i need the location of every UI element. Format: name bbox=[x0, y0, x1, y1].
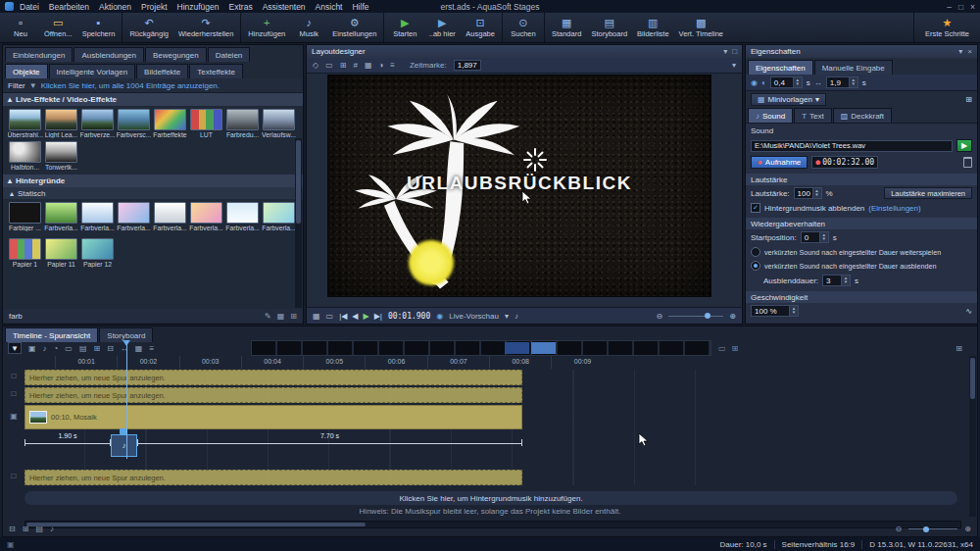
frame-icon[interactable]: ▭ bbox=[326, 312, 334, 321]
effect-thumbnail[interactable]: Farbredu... bbox=[224, 109, 261, 138]
background-thumbnail[interactable]: Farbverla... bbox=[224, 202, 261, 231]
menu-item[interactable]: Ansicht bbox=[316, 2, 343, 12]
toolbox-tab[interactable]: Bewegungen bbox=[145, 47, 207, 62]
dropdown-icon[interactable]: ▾ bbox=[505, 312, 509, 321]
go-start-button[interactable]: |◀ bbox=[339, 312, 347, 321]
speed-stepper[interactable]: 100 % ▲▼ bbox=[751, 305, 799, 317]
background-thumbnail[interactable]: Farbverla... bbox=[43, 202, 79, 231]
property-subtab[interactable]: T Text bbox=[794, 108, 832, 123]
filmstrip-preview[interactable] bbox=[251, 340, 711, 356]
designer-tool-icon[interactable]: ◇ bbox=[313, 61, 318, 70]
timeline-zoom-slider[interactable] bbox=[908, 528, 957, 529]
property-subtab[interactable]: ♪ Sound bbox=[748, 108, 793, 123]
toolbox-tab[interactable]: Bildeffekte bbox=[136, 64, 188, 78]
toolbar-button[interactable]: ▦ Standard bbox=[544, 13, 586, 42]
toolbar-button[interactable]: ▶ Starten bbox=[383, 13, 423, 42]
dock-icon[interactable]: ▾ bbox=[723, 47, 727, 56]
sound-file-field[interactable]: E:\Musik\PANDA\Violet Trees.wav bbox=[751, 140, 953, 152]
position-stepper[interactable]: 1,9 ▲▼ bbox=[826, 76, 858, 88]
designer-tool-icon[interactable]: # bbox=[353, 61, 357, 70]
strip-view-icon[interactable]: ▭ bbox=[718, 344, 726, 353]
tab-manuelle-eingabe[interactable]: Manuelle Eingabe bbox=[814, 60, 893, 75]
background-thumbnail[interactable]: Farbverla... bbox=[79, 202, 116, 231]
startposition-stepper[interactable]: 0 ▲▼ bbox=[801, 231, 829, 243]
property-subtab[interactable]: ▨ Deckkraft bbox=[833, 108, 892, 123]
section-static[interactable]: ▴ Statisch bbox=[3, 187, 303, 199]
maximize-icon[interactable]: □ bbox=[958, 2, 963, 12]
toolbar-button[interactable]: ▪ Speichern bbox=[77, 13, 121, 42]
timeline-tool-icon[interactable]: ▤ bbox=[79, 344, 87, 353]
toolbar-button[interactable]: ♪ Musik bbox=[290, 13, 327, 42]
menu-item[interactable]: Hilfe bbox=[352, 2, 368, 12]
background-thumbnail[interactable]: Farbiger ... bbox=[7, 202, 43, 231]
duration-stepper[interactable]: 0,4 ▲▼ bbox=[770, 76, 803, 88]
radio-ausblenden[interactable] bbox=[751, 261, 760, 271]
timeline-tool-icon[interactable]: ▣ bbox=[28, 344, 36, 353]
zoom-in-icon[interactable]: ⊕ bbox=[729, 312, 736, 321]
close-icon[interactable]: × bbox=[970, 2, 975, 12]
toolbar-button[interactable]: ↶ Rückgängig bbox=[122, 13, 173, 42]
designer-tool-icon[interactable]: ≡ bbox=[390, 61, 395, 70]
grid-icon[interactable]: ⊞ bbox=[965, 95, 972, 104]
mosaik-clip[interactable]: 00:10, Mosaik bbox=[24, 405, 522, 429]
volume-icon[interactable]: ♪ bbox=[514, 312, 518, 321]
background-thumbnail[interactable]: Farbverla... bbox=[116, 202, 152, 231]
toolbox-scrollbar[interactable] bbox=[295, 138, 302, 308]
toolbox-tab[interactable]: Ausblendungen bbox=[74, 47, 144, 62]
add-music-hint[interactable]: Klicken Sie hier, um Hintergrundmusik hi… bbox=[24, 491, 957, 505]
track-gutter-icon[interactable]: □ bbox=[6, 472, 22, 480]
minimize-icon[interactable]: – bbox=[947, 2, 952, 12]
toolbar-button[interactable]: ▭ Öffnen... bbox=[39, 13, 77, 42]
track-gutter-icon[interactable]: □ bbox=[6, 389, 22, 398]
paper-thumbnail[interactable]: Papier 11 bbox=[43, 238, 79, 268]
music-track-icon[interactable]: ♪ bbox=[50, 525, 54, 533]
preview-title-text[interactable]: URLAUBSRÜCKBLICK bbox=[328, 173, 710, 194]
zeitmarke-value[interactable]: 1,897 bbox=[454, 60, 481, 71]
new-track-dropzone[interactable]: Hierher ziehen, um neue Spur anzulegen. bbox=[24, 470, 522, 485]
menu-item[interactable]: Extras bbox=[229, 2, 253, 12]
close-panel-icon[interactable]: × bbox=[967, 47, 972, 56]
designer-tool-icon[interactable]: ▦ bbox=[365, 61, 372, 70]
trash-icon[interactable] bbox=[963, 157, 972, 168]
paper-thumbnail[interactable]: Papier 12 bbox=[79, 238, 116, 268]
timeline-tool-icon[interactable]: ◔ bbox=[53, 344, 58, 353]
new-track-dropzone[interactable]: Hierher ziehen, um neue Spur anzulegen. bbox=[24, 370, 522, 385]
timeline-tool-icon[interactable]: ♪ bbox=[42, 344, 46, 353]
safe-area-icon[interactable]: ▦ bbox=[313, 312, 320, 321]
tab-eigenschaften[interactable]: Eigenschaften bbox=[748, 60, 813, 75]
track-options-dropdown[interactable]: ▼ bbox=[8, 342, 22, 354]
effect-thumbnail[interactable]: Farbverze... bbox=[79, 109, 116, 138]
minivorlagen-button[interactable]: ▦ Minivorlagen ▾ bbox=[751, 93, 826, 106]
designer-menu-icon[interactable]: ▾ bbox=[732, 61, 736, 70]
timeline-tool-icon[interactable]: ⊞ bbox=[93, 344, 100, 353]
paper-thumbnail[interactable]: Papier 1 bbox=[7, 238, 43, 268]
settings-link[interactable]: (Einstellungen) bbox=[868, 204, 920, 213]
maximize-panel-icon[interactable]: □ bbox=[732, 47, 737, 56]
toolbar-button[interactable]: ⚙ Einstellungen bbox=[327, 13, 381, 42]
record-button[interactable]: ● Aufnahme bbox=[751, 156, 808, 169]
playhead-line[interactable] bbox=[126, 340, 127, 459]
effect-thumbnail[interactable]: Tonwertk... bbox=[43, 141, 79, 171]
background-thumbnail[interactable]: Farbverla... bbox=[188, 202, 224, 231]
loop-icon[interactable]: ◉ bbox=[751, 78, 758, 87]
menu-item[interactable]: Projekt bbox=[141, 2, 167, 12]
timeline-tool-icon[interactable]: ≡ bbox=[149, 344, 154, 353]
grid-view-icon[interactable]: ▦ bbox=[277, 312, 285, 321]
fade-background-checkbox[interactable]: ✓ bbox=[751, 203, 760, 213]
effect-thumbnail[interactable]: Verlaufsw... bbox=[261, 109, 297, 138]
effect-thumbnail[interactable]: LUT bbox=[188, 109, 224, 138]
add-view-icon[interactable]: ⊞ bbox=[290, 312, 297, 321]
live-preview-selector[interactable]: Live-Vorschau bbox=[449, 312, 499, 321]
zoom-out-icon[interactable]: ⊖ bbox=[657, 312, 663, 321]
effect-thumbnail[interactable]: Farbversc... bbox=[116, 109, 152, 138]
zoom-slider[interactable] bbox=[668, 316, 723, 317]
expand-tracks-icon[interactable]: ⊞ bbox=[23, 525, 29, 533]
zoom-out-icon[interactable]: ⊖ bbox=[896, 525, 903, 533]
toolbox-tab[interactable]: Texteffekte bbox=[189, 64, 243, 78]
toolbar-button[interactable]: ▤ Storyboard bbox=[586, 13, 632, 42]
dock-icon[interactable]: ▾ bbox=[958, 47, 962, 56]
effect-thumbnail[interactable]: Farbeffekte bbox=[152, 109, 188, 138]
tracks-view-icon[interactable]: ▤ bbox=[35, 525, 43, 533]
toolbar-button[interactable]: ⊙ Suchen bbox=[502, 13, 542, 42]
timeline-tool-icon[interactable]: ⊟ bbox=[107, 344, 114, 353]
